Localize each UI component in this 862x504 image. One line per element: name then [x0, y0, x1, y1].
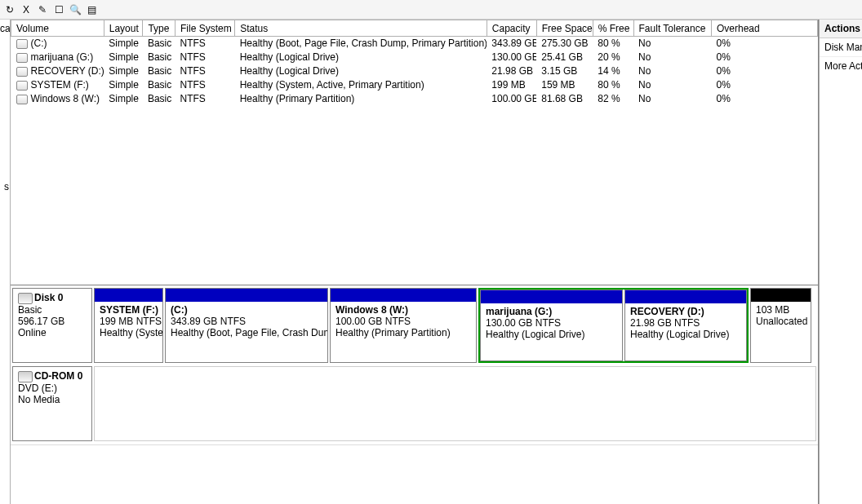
partition-stripe — [625, 290, 746, 303]
cdrom-drive: DVD (E:) — [18, 382, 87, 394]
toolbar: ↻ X ✎ ☐ 🔍 ▤ — [0, 0, 862, 20]
col-free[interactable]: Free Space — [536, 20, 593, 37]
close-icon[interactable]: X — [20, 3, 33, 16]
graphical-view: Disk 0 Basic 596.17 GB Online SYSTEM (F:… — [11, 285, 818, 445]
find-icon[interactable]: 🔍 — [69, 3, 82, 16]
partition-status: Healthy (Logical Drive) — [630, 329, 741, 340]
main-area: Volume Layout Type File System Status Ca… — [11, 20, 819, 504]
disk-partitions: SYSTEM (F:)199 MB NTFSHealthy (System, A… — [94, 288, 816, 363]
partition-name: marijuana (G:) — [486, 306, 617, 317]
disk-icon — [18, 293, 33, 304]
partition[interactable]: SYSTEM (F:)199 MB NTFSHealthy (System, A… — [94, 288, 163, 363]
partition-name: Windows 8 (W:) — [335, 304, 471, 316]
table-row[interactable]: (C:)SimpleBasicNTFSHealthy (Boot, Page F… — [11, 37, 818, 51]
partition[interactable]: marijuana (G:)130.00 GB NTFSHealthy (Log… — [480, 290, 623, 361]
table-header-row: Volume Layout Type File System Status Ca… — [11, 20, 818, 37]
col-fs[interactable]: File System — [176, 20, 235, 37]
partition-size: 343.89 GB NTFS — [171, 316, 322, 327]
cdrom-icon — [18, 371, 33, 382]
partition-size: 103 MB — [756, 304, 806, 316]
disk-row[interactable]: CD-ROM 0 DVD (E:) No Media — [12, 366, 816, 441]
disk-label[interactable]: CD-ROM 0 DVD (E:) No Media — [12, 366, 92, 441]
partition-size: 21.98 GB NTFS — [630, 317, 741, 329]
col-capacity[interactable]: Capacity — [487, 20, 536, 37]
open-icon[interactable]: ☐ — [52, 3, 65, 16]
col-type[interactable]: Type — [143, 20, 176, 37]
volume-table: Volume Layout Type File System Status Ca… — [11, 20, 818, 106]
actions-header: Actions — [820, 20, 862, 38]
left-panel-label: cal — [0, 23, 11, 34]
volume-icon — [16, 81, 28, 91]
cdrom-title: CD-ROM 0 — [34, 370, 82, 382]
partition-status: Healthy (System, Active, Primary Partiti… — [100, 327, 158, 338]
partition[interactable]: RECOVERY (D:)21.98 GB NTFSHealthy (Logic… — [624, 290, 747, 361]
partition-size: 100.00 GB NTFS — [335, 316, 471, 327]
partition-stripe — [481, 290, 622, 303]
partition[interactable]: 103 MBUnallocated — [750, 288, 811, 363]
cdrom-state: No Media — [18, 394, 87, 405]
actions-panel: Actions Disk Management More Actions — [819, 20, 862, 504]
partition-stripe — [95, 289, 162, 302]
table-row[interactable]: Windows 8 (W:)SimpleBasicNTFSHealthy (Pr… — [11, 92, 818, 106]
col-volume[interactable]: Volume — [11, 20, 104, 37]
refresh-icon[interactable]: ↻ — [3, 3, 16, 16]
partition-name: SYSTEM (F:) — [100, 304, 158, 316]
actions-more[interactable]: More Actions — [820, 57, 862, 75]
actions-disk-management[interactable]: Disk Management — [820, 38, 862, 57]
partition-status: Healthy (Primary Partition) — [335, 327, 471, 338]
cdrom-empty — [94, 366, 816, 441]
volume-icon — [16, 53, 28, 63]
partition[interactable]: Windows 8 (W:)100.00 GB NTFSHealthy (Pri… — [330, 288, 477, 363]
table-row[interactable]: marijuana (G:)SimpleBasicNTFSHealthy (Lo… — [11, 51, 818, 64]
partition-status: Healthy (Boot, Page File, Crash Dump, Pr… — [171, 327, 322, 338]
partition-stripe — [166, 289, 327, 302]
list-icon[interactable]: ▤ — [85, 3, 98, 16]
disk-state: Online — [18, 327, 87, 338]
disk-label[interactable]: Disk 0 Basic 596.17 GB Online — [12, 288, 92, 363]
partition-stripe — [751, 289, 811, 302]
partition-size: 130.00 GB NTFS — [486, 317, 617, 329]
partition-name: RECOVERY (D:) — [630, 306, 741, 317]
col-pctfree[interactable]: % Free — [593, 20, 633, 37]
col-fault[interactable]: Fault Tolerance — [633, 20, 711, 37]
left-panel-mark: s — [4, 181, 9, 192]
col-overhead[interactable]: Overhead — [711, 20, 817, 37]
disk-title: Disk 0 — [34, 292, 63, 303]
disk-size: 596.17 GB — [18, 316, 87, 327]
volume-icon — [16, 95, 28, 104]
table-row[interactable]: RECOVERY (D:)SimpleBasicNTFSHealthy (Log… — [11, 64, 818, 78]
left-panel-edge: cal s — [0, 20, 11, 504]
partition-stripe — [331, 289, 476, 302]
col-layout[interactable]: Layout — [104, 20, 143, 37]
partition-size: 199 MB NTFS — [100, 316, 158, 327]
properties-icon[interactable]: ✎ — [36, 3, 49, 16]
cdrom-partitions — [94, 366, 816, 441]
disk-row[interactable]: Disk 0 Basic 596.17 GB Online SYSTEM (F:… — [12, 288, 816, 363]
bottom-spacer — [11, 444, 818, 445]
volume-icon — [16, 39, 28, 49]
partition[interactable]: (C:)343.89 GB NTFSHealthy (Boot, Page Fi… — [165, 288, 328, 363]
table-row[interactable]: SYSTEM (F:)SimpleBasicNTFSHealthy (Syste… — [11, 78, 818, 92]
volume-icon — [16, 67, 28, 77]
partition-name: (C:) — [171, 304, 322, 316]
extended-partition[interactable]: marijuana (G:)130.00 GB NTFSHealthy (Log… — [478, 288, 749, 363]
col-status[interactable]: Status — [235, 20, 487, 37]
disk-kind: Basic — [18, 304, 87, 316]
partition-status: Unallocated — [756, 316, 806, 327]
partition-status: Healthy (Logical Drive) — [486, 329, 617, 340]
